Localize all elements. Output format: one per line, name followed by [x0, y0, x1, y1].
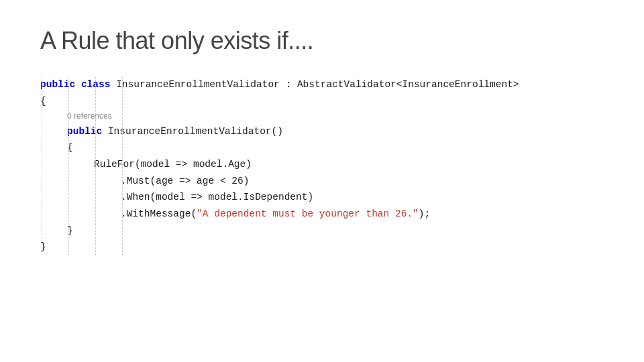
references-label: 0 references	[67, 109, 112, 123]
keyword-class: class	[81, 76, 111, 93]
code-line-10: }	[40, 239, 604, 255]
code-block: public class InsuranceEnrollmentValidato…	[40, 76, 604, 255]
keyword-public-2: public	[67, 123, 102, 140]
keyword-public: public	[40, 76, 75, 93]
code-line-2: {	[40, 93, 604, 110]
code-line-6: .Must(age => age < 26)	[40, 173, 604, 190]
code-line-4: {	[40, 139, 604, 156]
code-line-9: }	[40, 223, 604, 239]
code-line-1: public class InsuranceEnrollmentValidato…	[40, 76, 604, 93]
slide-title: A Rule that only exists if....	[40, 27, 604, 55]
code-line-7: .When(model => model.IsDependent)	[40, 189, 604, 206]
code-line-8: .WithMessage("A dependent must be younge…	[40, 206, 604, 223]
code-line-3: public InsuranceEnrollmentValidator()	[40, 123, 604, 140]
slide: A Rule that only exists if.... public cl…	[0, 0, 644, 362]
code-references: 0 references	[40, 109, 604, 123]
code-line-5: RuleFor(model => model.Age)	[40, 156, 604, 173]
string-literal: "A dependent must be younger than 26."	[197, 206, 419, 223]
